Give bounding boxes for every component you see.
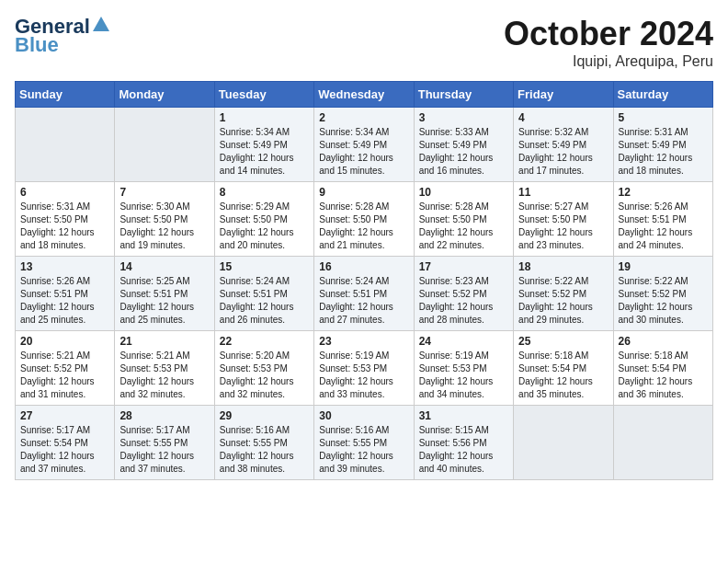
day-number: 28 xyxy=(119,409,209,422)
title-section: October 2024 Iquipi, Arequipa, Peru xyxy=(504,15,713,70)
cell-content: Sunrise: 5:16 AMSunset: 5:55 PMDaylight:… xyxy=(220,424,309,476)
calendar-cell xyxy=(16,108,115,182)
cell-content: Sunrise: 5:18 AMSunset: 5:54 PMDaylight:… xyxy=(619,350,708,401)
calendar-cell: 7Sunrise: 5:30 AMSunset: 5:50 PMDaylight… xyxy=(115,182,214,257)
calendar-cell: 1Sunrise: 5:34 AMSunset: 5:49 PMDaylight… xyxy=(214,108,313,182)
day-number: 5 xyxy=(619,111,708,124)
cell-content: Sunrise: 5:20 AMSunset: 5:53 PMDaylight:… xyxy=(220,350,309,401)
calendar-cell: 12Sunrise: 5:26 AMSunset: 5:51 PMDayligh… xyxy=(613,182,712,257)
cell-content: Sunrise: 5:31 AMSunset: 5:49 PMDaylight:… xyxy=(619,126,708,178)
day-number: 10 xyxy=(419,186,508,199)
calendar-body: 1Sunrise: 5:34 AMSunset: 5:49 PMDaylight… xyxy=(16,108,713,480)
day-number: 8 xyxy=(220,186,309,199)
cell-content: Sunrise: 5:21 AMSunset: 5:52 PMDaylight:… xyxy=(20,350,109,401)
week-row-4: 20Sunrise: 5:21 AMSunset: 5:52 PMDayligh… xyxy=(16,331,713,406)
calendar-cell: 29Sunrise: 5:16 AMSunset: 5:55 PMDayligh… xyxy=(214,406,313,480)
cell-content: Sunrise: 5:34 AMSunset: 5:49 PMDaylight:… xyxy=(220,126,309,178)
week-row-3: 13Sunrise: 5:26 AMSunset: 5:51 PMDayligh… xyxy=(16,257,713,331)
day-number: 25 xyxy=(518,335,608,348)
cell-content: Sunrise: 5:32 AMSunset: 5:49 PMDaylight:… xyxy=(518,126,608,178)
calendar-cell: 24Sunrise: 5:19 AMSunset: 5:53 PMDayligh… xyxy=(414,331,513,406)
calendar-cell: 4Sunrise: 5:32 AMSunset: 5:49 PMDaylight… xyxy=(514,108,613,182)
calendar-cell: 21Sunrise: 5:21 AMSunset: 5:53 PMDayligh… xyxy=(115,331,214,406)
cell-content: Sunrise: 5:26 AMSunset: 5:51 PMDaylight:… xyxy=(619,201,708,252)
calendar-cell xyxy=(514,406,613,480)
month-title: October 2024 xyxy=(504,15,713,53)
calendar-cell: 16Sunrise: 5:24 AMSunset: 5:51 PMDayligh… xyxy=(314,257,414,331)
weekday-sunday: Sunday xyxy=(16,82,115,108)
day-number: 23 xyxy=(319,335,408,348)
cell-content: Sunrise: 5:25 AMSunset: 5:51 PMDaylight:… xyxy=(119,275,209,327)
weekday-wednesday: Wednesday xyxy=(314,82,414,108)
day-number: 29 xyxy=(220,409,309,422)
cell-content: Sunrise: 5:22 AMSunset: 5:52 PMDaylight:… xyxy=(619,275,708,327)
weekday-monday: Monday xyxy=(115,82,214,108)
cell-content: Sunrise: 5:27 AMSunset: 5:50 PMDaylight:… xyxy=(518,201,608,252)
logo: General Blue xyxy=(15,15,111,57)
day-number: 15 xyxy=(220,260,309,273)
calendar-cell: 27Sunrise: 5:17 AMSunset: 5:54 PMDayligh… xyxy=(16,406,115,480)
calendar-cell xyxy=(115,108,214,182)
calendar-cell: 28Sunrise: 5:17 AMSunset: 5:55 PMDayligh… xyxy=(115,406,214,480)
calendar-cell: 17Sunrise: 5:23 AMSunset: 5:52 PMDayligh… xyxy=(414,257,513,331)
day-number: 18 xyxy=(518,260,608,273)
calendar-cell: 6Sunrise: 5:31 AMSunset: 5:50 PMDaylight… xyxy=(16,182,115,257)
calendar-cell: 13Sunrise: 5:26 AMSunset: 5:51 PMDayligh… xyxy=(16,257,115,331)
weekday-friday: Friday xyxy=(514,82,613,108)
calendar-cell: 30Sunrise: 5:16 AMSunset: 5:55 PMDayligh… xyxy=(314,406,414,480)
cell-content: Sunrise: 5:16 AMSunset: 5:55 PMDaylight:… xyxy=(319,424,408,476)
day-number: 24 xyxy=(419,335,508,348)
day-number: 1 xyxy=(220,111,309,124)
day-number: 16 xyxy=(319,260,408,273)
weekday-saturday: Saturday xyxy=(613,82,712,108)
day-number: 27 xyxy=(20,409,109,422)
calendar-table: SundayMondayTuesdayWednesdayThursdayFrid… xyxy=(15,81,713,480)
day-number: 9 xyxy=(319,186,408,199)
calendar-cell: 3Sunrise: 5:33 AMSunset: 5:49 PMDaylight… xyxy=(414,108,513,182)
week-row-1: 1Sunrise: 5:34 AMSunset: 5:49 PMDaylight… xyxy=(16,108,713,182)
cell-content: Sunrise: 5:29 AMSunset: 5:50 PMDaylight:… xyxy=(220,201,309,252)
cell-content: Sunrise: 5:19 AMSunset: 5:53 PMDaylight:… xyxy=(319,350,408,401)
day-number: 30 xyxy=(319,409,408,422)
cell-content: Sunrise: 5:17 AMSunset: 5:54 PMDaylight:… xyxy=(20,424,109,476)
day-number: 17 xyxy=(419,260,508,273)
day-number: 13 xyxy=(20,260,109,273)
day-number: 6 xyxy=(20,186,109,199)
cell-content: Sunrise: 5:34 AMSunset: 5:49 PMDaylight:… xyxy=(319,126,408,178)
location: Iquipi, Arequipa, Peru xyxy=(504,53,713,70)
calendar-cell: 26Sunrise: 5:18 AMSunset: 5:54 PMDayligh… xyxy=(613,331,712,406)
calendar-cell: 2Sunrise: 5:34 AMSunset: 5:49 PMDaylight… xyxy=(314,108,414,182)
cell-content: Sunrise: 5:22 AMSunset: 5:52 PMDaylight:… xyxy=(518,275,608,327)
cell-content: Sunrise: 5:30 AMSunset: 5:50 PMDaylight:… xyxy=(119,201,209,252)
calendar-cell xyxy=(613,406,712,480)
day-number: 11 xyxy=(518,186,608,199)
day-number: 14 xyxy=(119,260,209,273)
day-number: 31 xyxy=(419,409,508,422)
calendar-cell: 9Sunrise: 5:28 AMSunset: 5:50 PMDaylight… xyxy=(314,182,414,257)
cell-content: Sunrise: 5:23 AMSunset: 5:52 PMDaylight:… xyxy=(419,275,508,327)
calendar-cell: 15Sunrise: 5:24 AMSunset: 5:51 PMDayligh… xyxy=(214,257,313,331)
calendar-cell: 25Sunrise: 5:18 AMSunset: 5:54 PMDayligh… xyxy=(514,331,613,406)
calendar-cell: 5Sunrise: 5:31 AMSunset: 5:49 PMDaylight… xyxy=(613,108,712,182)
cell-content: Sunrise: 5:15 AMSunset: 5:56 PMDaylight:… xyxy=(419,424,508,476)
svg-marker-0 xyxy=(93,17,109,31)
calendar-cell: 31Sunrise: 5:15 AMSunset: 5:56 PMDayligh… xyxy=(414,406,513,480)
week-row-5: 27Sunrise: 5:17 AMSunset: 5:54 PMDayligh… xyxy=(16,406,713,480)
day-number: 21 xyxy=(119,335,209,348)
calendar-cell: 20Sunrise: 5:21 AMSunset: 5:52 PMDayligh… xyxy=(16,331,115,406)
weekday-tuesday: Tuesday xyxy=(214,82,313,108)
page-header: General Blue October 2024 Iquipi, Arequi… xyxy=(15,15,713,70)
cell-content: Sunrise: 5:24 AMSunset: 5:51 PMDaylight:… xyxy=(319,275,408,327)
cell-content: Sunrise: 5:19 AMSunset: 5:53 PMDaylight:… xyxy=(419,350,508,401)
cell-content: Sunrise: 5:26 AMSunset: 5:51 PMDaylight:… xyxy=(20,275,109,327)
cell-content: Sunrise: 5:33 AMSunset: 5:49 PMDaylight:… xyxy=(419,126,508,178)
cell-content: Sunrise: 5:24 AMSunset: 5:51 PMDaylight:… xyxy=(220,275,309,327)
weekday-thursday: Thursday xyxy=(414,82,513,108)
week-row-2: 6Sunrise: 5:31 AMSunset: 5:50 PMDaylight… xyxy=(16,182,713,257)
calendar-cell: 19Sunrise: 5:22 AMSunset: 5:52 PMDayligh… xyxy=(613,257,712,331)
logo-text-blue: Blue xyxy=(15,33,59,57)
day-number: 26 xyxy=(619,335,708,348)
cell-content: Sunrise: 5:21 AMSunset: 5:53 PMDaylight:… xyxy=(119,350,209,401)
cell-content: Sunrise: 5:17 AMSunset: 5:55 PMDaylight:… xyxy=(119,424,209,476)
logo-icon xyxy=(91,15,111,35)
